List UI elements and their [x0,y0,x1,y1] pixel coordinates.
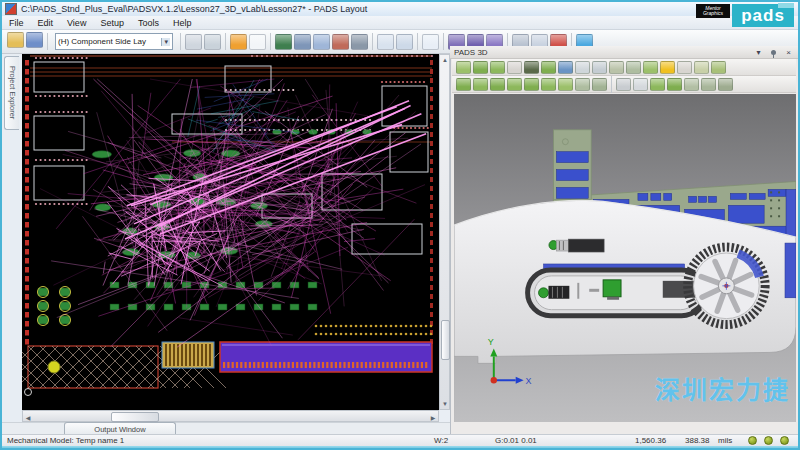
hscroll-thumb[interactable] [111,412,159,422]
horizontal-scrollbar[interactable]: ◀ ▶ [22,410,439,422]
scroll-down-icon[interactable]: ▼ [440,399,450,409]
status-grid: G:0.01 0.01 [495,436,537,445]
photo-view-icon[interactable] [313,34,330,50]
chevron-down-icon[interactable]: ▾ [161,38,170,46]
undo-view-icon[interactable] [650,78,665,91]
status-x-coord: 1,560.36 [635,436,666,445]
measure-3d-icon[interactable] [609,61,624,74]
front-view-icon[interactable] [473,78,488,91]
window-3d-icon[interactable] [507,61,522,74]
settings-3d-icon[interactable] [711,61,726,74]
pads-logo-text: pads [741,6,785,26]
iso-view-icon[interactable] [456,78,471,91]
pads-3d-toolbar-row2 [452,76,796,93]
scroll-up-icon[interactable]: ▲ [440,55,450,65]
module-3d[interactable] [549,239,604,252]
align-3d-icon[interactable] [643,61,658,74]
brand-logo: Mentor Graphics pads [696,4,794,27]
move-mode-icon[interactable] [351,34,368,50]
zoom-3d-icon[interactable] [575,61,590,74]
pcb-2d-canvas[interactable] [22,54,439,410]
board-view-icon[interactable] [275,34,292,50]
rotate-cw-icon[interactable] [575,78,590,91]
selection-filter-icon[interactable] [230,34,247,50]
x-axis-label: X [526,376,532,386]
pcb-3d-viewport[interactable]: Y X 深圳宏力捷 [454,94,796,422]
spin-3d-icon[interactable] [490,61,505,74]
layer-dropdown-value: (H) Component Side Lay [58,37,146,46]
window-frame-bottom [2,446,798,450]
status-indicator-icon[interactable] [764,436,773,445]
save-icon[interactable] [26,32,43,48]
add-route-icon[interactable] [332,34,349,50]
toolbar-separator [270,33,271,50]
refresh-icon[interactable] [204,34,221,50]
status-width: W:2 [434,436,448,445]
menu-edit[interactable]: Edit [31,16,61,29]
redo-icon[interactable] [396,34,413,50]
pads-logo-tag [778,3,794,8]
menu-help[interactable]: Help [166,16,199,29]
housing-3d-icon[interactable] [558,61,573,74]
left-view-icon[interactable] [507,78,522,91]
export-3d-icon[interactable] [694,61,709,74]
vertical-scrollbar[interactable]: ▲ ▼ [439,54,450,410]
tab-project-explorer[interactable]: Project Explorer [4,56,19,130]
status-indicator-icon[interactable] [780,436,789,445]
file-icon-group [6,32,44,52]
undo-icon[interactable] [377,34,394,50]
bottom-view-icon[interactable] [558,78,573,91]
status-y-coord: 388.38 [685,436,709,445]
y-axis-label: Y [488,337,494,347]
panel-buttons: ▾ × [753,47,794,57]
grid-icon[interactable] [294,34,311,50]
layer-up-icon[interactable] [684,78,699,91]
pcb-2d-view[interactable] [22,54,439,410]
pads-logo: pads [732,4,794,27]
notepad-icon[interactable] [249,34,266,50]
pads-layout-window: C:\PADS_Stnd_Plus_Eval\PADSVX.1.2\Lesson… [0,0,800,450]
panel-pin-icon[interactable] [768,47,779,57]
vscroll-thumb[interactable] [441,320,450,360]
open-folder-icon[interactable] [7,32,24,48]
top-view-icon[interactable] [541,78,556,91]
window-title: C:\PADS_Stnd_Plus_Eval\PADSVX.1.2\Lesson… [21,4,367,14]
panel-close-icon[interactable]: × [783,47,794,57]
pads-3d-titlebar[interactable]: PADS 3D ▾ × [450,46,798,59]
status-message: Mechanical Model: Temp name 1 [7,436,124,445]
pointer-3d-icon[interactable] [456,61,471,74]
menu-file[interactable]: File [2,16,31,29]
orbit-3d-icon[interactable] [473,61,488,74]
toolbar-separator [443,33,444,50]
rotate-ccw-icon[interactable] [592,78,607,91]
probe-3d-icon[interactable] [626,61,641,74]
back-view-icon[interactable] [490,78,505,91]
panel-collapse-icon[interactable]: ▾ [753,47,764,57]
report-3d-icon[interactable] [677,61,692,74]
collision-warning-icon[interactable] [660,61,675,74]
toolbar-separator [372,33,373,50]
right-view-icon[interactable] [524,78,539,91]
menu-tools[interactable]: Tools [131,16,166,29]
menu-view[interactable]: View [60,16,93,29]
stadium-slot-3d[interactable] [528,264,707,316]
pan-3d-icon[interactable] [592,61,607,74]
layer-fit-icon[interactable] [718,78,733,91]
layer-dropdown[interactable]: (H) Component Side Lay ▾ [55,33,173,50]
toolbar-separator [180,33,181,50]
status-indicator-icon[interactable] [748,436,757,445]
status-units: mils [718,436,732,445]
menu-setup[interactable]: Setup [93,16,131,29]
scroll-left-icon[interactable]: ◀ [23,412,33,422]
project-explorer-label: Project Explorer [8,66,17,119]
snap-points-icon[interactable] [616,78,631,91]
zoom-icon[interactable] [422,34,439,50]
scroll-right-icon[interactable]: ▶ [428,412,438,422]
components-3d-icon[interactable] [541,61,556,74]
layer-down-icon[interactable] [701,78,716,91]
cursor-3d-icon[interactable] [633,78,648,91]
redo-view-icon[interactable] [667,78,682,91]
pads-3d-title: PADS 3D [454,48,488,57]
board-3d-icon[interactable] [524,61,539,74]
new-window-icon[interactable] [185,34,202,50]
